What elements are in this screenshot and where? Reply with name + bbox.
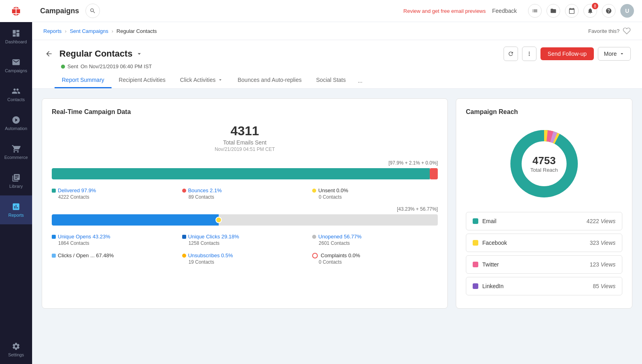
facebook-views: 323 Views	[590, 240, 616, 246]
unique-opens-value: 1864 Contacts	[52, 240, 177, 246]
header-actions: Send Follow-up More	[504, 47, 631, 61]
sidebar-item-dashboard[interactable]: Dashboard	[0, 22, 32, 51]
sidebar-item-settings[interactable]: Settings	[0, 335, 32, 364]
more-label: More	[604, 51, 617, 57]
opens-progress-track	[52, 214, 438, 226]
stat-unsubscribes: Unsubscribes 0.5% 19 Contacts	[182, 252, 308, 265]
notification-icon-btn[interactable]: 8	[583, 4, 597, 18]
tab-social-stats[interactable]: Social Stats	[309, 73, 353, 88]
click-activities-chevron-icon	[217, 77, 223, 83]
stat-unique-opens: Unique Opens 43.23% 1864 Contacts	[52, 234, 177, 246]
sidebar-item-automation[interactable]: Automation	[0, 109, 32, 138]
app-logo[interactable]	[0, 0, 32, 22]
refresh-button[interactable]	[504, 47, 518, 61]
total-emails-timestamp: Nov/21/2019 04:51 PM CET	[52, 146, 438, 152]
unsent-label: Unsent 0.0%	[318, 187, 348, 193]
calendar-icon-btn[interactable]	[565, 4, 579, 18]
sidebar-item-library[interactable]: Library	[0, 167, 32, 195]
sent-dot	[61, 65, 65, 69]
stat-unsent: Unsent 0.0% 0 Contacts	[312, 187, 438, 200]
reach-list: Email 4222 Views Facebook 323 Views	[466, 212, 622, 299]
sidebar-automation-label: Automation	[5, 126, 27, 131]
bounces-link[interactable]: Bounces 2.1%	[188, 187, 222, 193]
donut-total-label: Total Reach	[530, 167, 558, 173]
donut-chart-container: 4753 Total Reach	[466, 124, 622, 204]
clicks-open-label: Clicks / Open ... 67.48%	[58, 252, 114, 258]
help-icon-btn[interactable]	[602, 4, 616, 18]
unopened-value: 2601 Contacts	[312, 240, 438, 246]
sidebar-dashboard-label: Dashboard	[5, 39, 27, 44]
reach-item-email[interactable]: Email 4222 Views	[466, 212, 622, 230]
stats-grid-3: Clicks / Open ... 67.48% Unsubscribes 0.…	[52, 252, 438, 265]
reach-card: Campaign Reach	[456, 98, 632, 309]
unique-clicks-link[interactable]: Unique Clicks 29.18%	[188, 234, 239, 240]
facebook-name: Facebook	[482, 240, 590, 246]
favorite-area[interactable]: Favorite this?	[588, 27, 631, 35]
unsubscribes-value: 19 Contacts	[182, 259, 308, 265]
sidebar-item-campaigns[interactable]: Campaigns	[0, 51, 32, 80]
folder-icon-btn[interactable]	[547, 4, 560, 18]
feedback-link[interactable]: Feedback	[492, 8, 517, 14]
breadcrumb-sep-2: ›	[112, 28, 113, 34]
unsent-value: 0 Contacts	[312, 194, 438, 200]
tab-recipient-activities[interactable]: Recipient Activities	[112, 73, 173, 88]
stat-bounces: Bounces 2.1% 89 Contacts	[182, 187, 308, 200]
breadcrumb-reports[interactable]: Reports	[43, 28, 62, 34]
delivered-value: 4222 Contacts	[52, 194, 177, 200]
tab-bounces[interactable]: Bounces and Auto-replies	[230, 73, 309, 88]
complaints-value: 0 Contacts	[312, 259, 438, 265]
user-avatar[interactable]: U	[620, 4, 634, 18]
sidebar-item-contacts[interactable]: Contacts	[0, 80, 32, 109]
topbar: Campaigns Review and get free email prev…	[32, 0, 642, 22]
page-header: Regular Contacts Send Follow-up More	[32, 40, 642, 89]
unsubscribes-link[interactable]: Unsubscribes 0.5%	[188, 252, 233, 258]
bounces-dot	[182, 189, 186, 193]
linkedin-views: 85 Views	[593, 283, 616, 289]
delivered-bar	[52, 168, 430, 179]
send-followup-button[interactable]: Send Follow-up	[540, 47, 594, 60]
content-area: Reports › Sent Campaigns › Regular Conta…	[32, 22, 642, 364]
reach-item-linkedin[interactable]: LinkedIn 85 Views	[466, 277, 622, 295]
sidebar-reports-label: Reports	[8, 213, 24, 218]
tab-more-button[interactable]: ...	[353, 73, 368, 88]
stat-clicks-open: Clicks / Open ... 67.48%	[52, 252, 177, 265]
reach-item-facebook[interactable]: Facebook 323 Views	[466, 234, 622, 252]
total-emails-number: 4311	[52, 124, 438, 138]
tab-click-activities[interactable]: Click Activities	[173, 73, 231, 88]
settings-report-button[interactable]	[522, 47, 536, 61]
delivered-link[interactable]: Delivered 97.9%	[58, 187, 96, 193]
complaints-label: Complaints 0.0%	[321, 252, 360, 258]
breadcrumb-sent-campaigns[interactable]: Sent Campaigns	[70, 28, 108, 34]
unique-opens-link[interactable]: Unique Opens 43.23%	[58, 234, 110, 240]
unsubscribes-dot	[182, 254, 186, 258]
more-button[interactable]: More	[598, 47, 631, 61]
email-dot	[473, 218, 478, 224]
bounced-bar	[430, 168, 438, 179]
sidebar-bottom: Settings	[0, 335, 32, 364]
list-icon-btn[interactable]	[528, 4, 542, 18]
sidebar-item-reports[interactable]: Reports	[0, 195, 32, 224]
linkedin-name: LinkedIn	[482, 283, 593, 289]
app-title: Campaigns	[40, 7, 79, 15]
search-button[interactable]	[85, 4, 100, 18]
bounces-value: 89 Contacts	[182, 194, 308, 200]
tab-report-summary[interactable]: Report Summary	[55, 73, 112, 88]
reach-item-twitter[interactable]: Twitter 123 Views	[466, 255, 622, 274]
opens-bar	[52, 214, 219, 226]
promo-text[interactable]: Review and get free email previews	[403, 8, 486, 14]
stats-grid-1: Delivered 97.9% 4222 Contacts Bounces 2.…	[52, 187, 438, 200]
sidebar-item-ecommerce[interactable]: Ecommerce	[0, 138, 32, 167]
back-button[interactable]	[43, 48, 55, 59]
stat-unique-clicks: Unique Clicks 29.18% 1258 Contacts	[182, 234, 308, 246]
donut-center: 4753 Total Reach	[530, 155, 558, 173]
total-emails-stats: 4311 Total Emails Sent Nov/21/2019 04:51…	[52, 124, 438, 152]
breadcrumb-current: Regular Contacts	[116, 28, 156, 34]
donut-wrapper: 4753 Total Reach	[504, 124, 584, 204]
sidebar-ecommerce-label: Ecommerce	[4, 155, 28, 160]
page-title-chevron-icon[interactable]	[136, 50, 143, 57]
sent-date: On Nov/21/2019 06:40 PM IST	[81, 63, 152, 69]
donut-total-number: 4753	[530, 155, 558, 167]
stat-delivered: Delivered 97.9% 4222 Contacts	[52, 187, 177, 200]
unopened-link[interactable]: Unopened 56.77%	[318, 234, 362, 240]
sidebar: Dashboard Campaigns Contacts Automation …	[0, 0, 32, 364]
